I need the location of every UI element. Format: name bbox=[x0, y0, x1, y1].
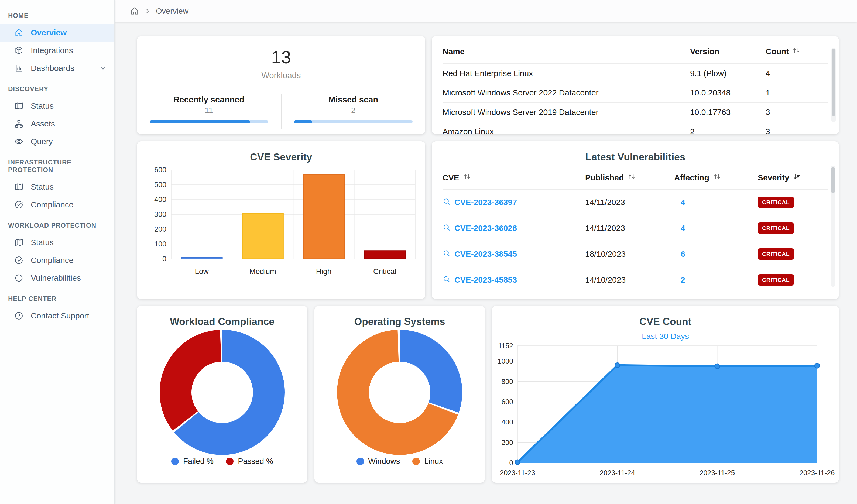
legend-item-windows[interactable]: Windows bbox=[356, 457, 400, 466]
sidebar-item-status[interactable]: Status bbox=[0, 178, 114, 196]
svg-text:200: 200 bbox=[154, 225, 166, 233]
svg-text:200: 200 bbox=[502, 438, 513, 447]
sidebar-item-query[interactable]: Query bbox=[0, 133, 114, 150]
sidebar-section-workload-protection: WORKLOAD PROTECTION bbox=[0, 214, 114, 234]
sort-both-icon[interactable] bbox=[627, 172, 636, 183]
os-table-column-count[interactable]: Count bbox=[766, 46, 828, 56]
svg-text:1152: 1152 bbox=[498, 342, 513, 350]
sidebar-item-compliance[interactable]: Compliance bbox=[0, 196, 114, 214]
workload-compliance-legend: Failed %Passed % bbox=[137, 457, 307, 466]
sidebar-section-help-center: HELP CENTER bbox=[0, 287, 114, 307]
sidebar-item-label: Assets bbox=[31, 119, 55, 128]
cve-link[interactable]: CVE-2023-36397 bbox=[442, 197, 585, 207]
recently-scanned-label: Recently scanned bbox=[137, 95, 281, 105]
missed-scan-stat: Missed scan 2 bbox=[281, 94, 425, 129]
svg-text:0: 0 bbox=[509, 459, 513, 467]
home-breadcrumb-icon[interactable] bbox=[130, 6, 139, 16]
operating-systems-title: Operating Systems bbox=[315, 306, 485, 327]
dashboard-content: 13 Workloads Recently scanned 11 Missed … bbox=[115, 22, 857, 504]
workloads-label: Workloads bbox=[137, 71, 425, 80]
sidebar-sections: HOME Overview Integrations DashboardsDIS… bbox=[0, 4, 114, 325]
search-icon bbox=[442, 249, 451, 259]
sidebar-item-status[interactable]: Status bbox=[0, 234, 114, 251]
vuln-column-published[interactable]: Published bbox=[585, 172, 674, 183]
sidebar-item-label: Query bbox=[31, 137, 53, 146]
search-icon bbox=[442, 197, 451, 207]
affecting-link[interactable]: 2 bbox=[674, 275, 758, 285]
table-row: CVE-2023-38545 18/10/2023 6 CRITICAL bbox=[442, 241, 828, 267]
sort-both-icon[interactable] bbox=[712, 172, 722, 183]
svg-text:400: 400 bbox=[154, 196, 166, 204]
recently-scanned-progressbar bbox=[150, 120, 268, 123]
check-circle-icon bbox=[14, 200, 24, 209]
sort-desc-icon[interactable] bbox=[792, 172, 802, 183]
os-table-column-name: Name bbox=[442, 47, 690, 56]
severity-cell: CRITICAL bbox=[758, 222, 828, 234]
os-table-header: Name Version Count bbox=[442, 36, 828, 63]
vulnerabilities-table-header: CVE Published Affecting Severity bbox=[442, 163, 828, 189]
operating-systems-donut bbox=[315, 329, 485, 456]
latest-vulnerabilities-title: Latest Vulnerabilities bbox=[432, 141, 839, 163]
search-icon bbox=[442, 275, 451, 285]
cve-link[interactable]: CVE-2023-45853 bbox=[442, 275, 585, 285]
cve-severity-title: CVE Severity bbox=[137, 141, 425, 163]
severity-cell: CRITICAL bbox=[758, 274, 828, 286]
svg-text:2023-11-25: 2023-11-25 bbox=[700, 469, 735, 477]
help-icon bbox=[14, 311, 24, 321]
table-row[interactable]: Microsoft Windows Server 2022 Datacenter… bbox=[442, 83, 828, 102]
vulnerabilities-scrollbar-thumb[interactable] bbox=[831, 167, 835, 193]
sidebar-item-status[interactable]: Status bbox=[0, 97, 114, 115]
legend-item-passed[interactable]: Passed % bbox=[226, 457, 273, 466]
severity-badge: CRITICAL bbox=[758, 274, 794, 286]
operating-systems-table-card: Name Version Count Red Hat Enterprise Li… bbox=[432, 36, 839, 134]
table-row[interactable]: Microsoft Windows Server 2019 Datacenter… bbox=[442, 102, 828, 122]
sort-both-icon[interactable] bbox=[792, 46, 801, 56]
legend-item-linux[interactable]: Linux bbox=[412, 457, 443, 466]
sidebar-item-dashboards[interactable]: Dashboards bbox=[0, 59, 114, 77]
legend-item-failed[interactable]: Failed % bbox=[171, 457, 214, 466]
topbar: Overview bbox=[115, 0, 857, 22]
sidebar-section-home: HOME bbox=[0, 4, 114, 24]
table-row[interactable]: Amazon Linux 2 3 bbox=[442, 122, 828, 134]
os-table-scrollbar-thumb[interactable] bbox=[831, 49, 836, 116]
sidebar-item-integrations[interactable]: Integrations bbox=[0, 41, 114, 59]
sidebar-section-discovery: DISCOVERY bbox=[0, 77, 114, 97]
sidebar-item-vulnerabilities[interactable]: Vulnerabilities bbox=[0, 269, 114, 287]
vuln-column-cve[interactable]: CVE bbox=[442, 172, 585, 183]
os-table-scrollbar bbox=[831, 48, 836, 122]
os-count-cell: 3 bbox=[766, 107, 828, 117]
svg-text:600: 600 bbox=[502, 398, 513, 406]
cve-link[interactable]: CVE-2023-36028 bbox=[442, 223, 585, 233]
svg-text:300: 300 bbox=[154, 210, 166, 218]
affecting-link[interactable]: 4 bbox=[674, 223, 758, 233]
svg-text:100: 100 bbox=[154, 240, 166, 248]
os-count-cell: 1 bbox=[766, 88, 828, 97]
affecting-link[interactable]: 6 bbox=[674, 249, 758, 258]
published-cell: 14/11/2023 bbox=[585, 198, 674, 207]
chevron-down-icon[interactable] bbox=[99, 65, 107, 72]
cve-count-range-link[interactable]: Last 30 Days bbox=[492, 327, 839, 341]
missed-scan-label: Missed scan bbox=[282, 95, 425, 105]
vuln-column-affecting[interactable]: Affecting bbox=[674, 172, 758, 183]
sidebar-item-compliance[interactable]: Compliance bbox=[0, 251, 114, 269]
affecting-link[interactable]: 4 bbox=[674, 198, 758, 207]
circle-icon bbox=[14, 273, 24, 283]
table-row[interactable]: Red Hat Enterprise Linux 9.1 (Plow) 4 bbox=[442, 63, 828, 83]
workloads-count: 13 bbox=[137, 47, 425, 67]
map-icon bbox=[14, 182, 24, 192]
cve-link[interactable]: CVE-2023-38545 bbox=[442, 249, 585, 259]
sidebar-item-label: Vulnerabilities bbox=[31, 273, 81, 283]
cve-count-card: CVE Count Last 30 Days 02004006008001000… bbox=[492, 306, 839, 483]
missed-scan-progressbar bbox=[294, 120, 413, 123]
sidebar-item-contact-support[interactable]: Contact Support bbox=[0, 307, 114, 325]
sidebar: HOME Overview Integrations DashboardsDIS… bbox=[0, 0, 115, 504]
sidebar-item-overview[interactable]: Overview bbox=[0, 24, 114, 41]
table-row: CVE-2023-36028 14/11/2023 4 CRITICAL bbox=[442, 215, 828, 241]
vuln-column-severity[interactable]: Severity bbox=[758, 172, 828, 183]
svg-text:Low: Low bbox=[195, 267, 209, 275]
sort-both-icon[interactable] bbox=[463, 172, 472, 183]
sidebar-item-label: Compliance bbox=[31, 200, 73, 209]
sidebar-item-assets[interactable]: Assets bbox=[0, 115, 114, 133]
os-table: Name Version Count Red Hat Enterprise Li… bbox=[432, 36, 839, 134]
workload-compliance-title: Workload Compliance bbox=[137, 306, 307, 327]
